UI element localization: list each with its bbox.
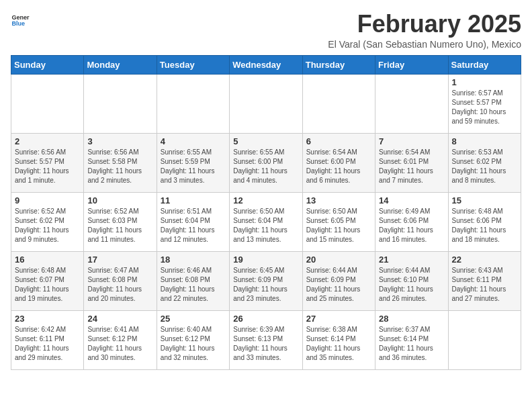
calendar-cell: 15Sunrise: 6:48 AM Sunset: 6:06 PM Dayli… <box>448 192 521 251</box>
calendar-week-4: 23Sunrise: 6:42 AM Sunset: 6:11 PM Dayli… <box>11 310 521 369</box>
weekday-header-sunday: Sunday <box>11 55 84 74</box>
calendar-week-3: 16Sunrise: 6:48 AM Sunset: 6:07 PM Dayli… <box>11 251 521 310</box>
day-info: Sunrise: 6:56 AM Sunset: 5:58 PM Dayligh… <box>87 148 152 185</box>
day-number: 8 <box>452 136 517 146</box>
day-number: 28 <box>379 314 444 324</box>
calendar-cell: 22Sunrise: 6:43 AM Sunset: 6:11 PM Dayli… <box>448 251 521 310</box>
day-info: Sunrise: 6:47 AM Sunset: 6:08 PM Dayligh… <box>87 266 152 304</box>
day-info: Sunrise: 6:39 AM Sunset: 6:13 PM Dayligh… <box>233 325 298 363</box>
day-number: 26 <box>233 314 298 324</box>
calendar-cell: 21Sunrise: 6:44 AM Sunset: 6:10 PM Dayli… <box>375 251 448 310</box>
svg-text:Blue: Blue <box>11 20 25 27</box>
day-info: Sunrise: 6:45 AM Sunset: 6:09 PM Dayligh… <box>233 266 298 304</box>
weekday-header-thursday: Thursday <box>302 55 375 74</box>
calendar-cell: 9Sunrise: 6:52 AM Sunset: 6:02 PM Daylig… <box>11 192 84 251</box>
day-number: 2 <box>15 136 80 146</box>
weekday-header-tuesday: Tuesday <box>157 55 229 74</box>
day-number: 16 <box>15 255 80 265</box>
day-info: Sunrise: 6:40 AM Sunset: 6:12 PM Dayligh… <box>161 325 226 363</box>
location-title: El Varal (San Sebastian Numero Uno), Mex… <box>328 39 521 50</box>
day-number: 12 <box>233 195 298 205</box>
day-number: 7 <box>379 136 444 146</box>
day-number: 20 <box>306 255 371 265</box>
day-number: 3 <box>87 136 152 146</box>
day-number: 15 <box>452 195 517 205</box>
calendar-cell: 12Sunrise: 6:50 AM Sunset: 6:04 PM Dayli… <box>230 192 302 251</box>
day-info: Sunrise: 6:49 AM Sunset: 6:06 PM Dayligh… <box>379 207 444 244</box>
calendar: SundayMondayTuesdayWednesdayThursdayFrid… <box>11 55 521 370</box>
calendar-week-1: 2Sunrise: 6:56 AM Sunset: 5:57 PM Daylig… <box>11 133 521 192</box>
day-info: Sunrise: 6:50 AM Sunset: 6:05 PM Dayligh… <box>306 207 371 244</box>
day-info: Sunrise: 6:53 AM Sunset: 6:02 PM Dayligh… <box>452 148 517 185</box>
calendar-cell <box>11 74 84 133</box>
day-number: 1 <box>452 77 517 87</box>
calendar-cell: 20Sunrise: 6:44 AM Sunset: 6:09 PM Dayli… <box>302 251 375 310</box>
calendar-cell: 7Sunrise: 6:54 AM Sunset: 6:01 PM Daylig… <box>375 133 448 192</box>
day-info: Sunrise: 6:57 AM Sunset: 5:57 PM Dayligh… <box>452 89 517 126</box>
day-number: 19 <box>233 255 298 265</box>
day-info: Sunrise: 6:42 AM Sunset: 6:11 PM Dayligh… <box>15 325 80 363</box>
day-number: 24 <box>87 314 152 324</box>
calendar-cell: 3Sunrise: 6:56 AM Sunset: 5:58 PM Daylig… <box>84 133 157 192</box>
calendar-cell <box>157 74 229 133</box>
calendar-cell: 19Sunrise: 6:45 AM Sunset: 6:09 PM Dayli… <box>230 251 302 310</box>
day-info: Sunrise: 6:48 AM Sunset: 6:07 PM Dayligh… <box>15 266 80 304</box>
day-number: 10 <box>87 195 152 205</box>
day-number: 23 <box>15 314 80 324</box>
title-section: February 2025 El Varal (San Sebastian Nu… <box>328 11 521 50</box>
calendar-cell: 17Sunrise: 6:47 AM Sunset: 6:08 PM Dayli… <box>84 251 157 310</box>
page-header: General Blue February 2025 El Varal (San… <box>11 11 521 50</box>
day-info: Sunrise: 6:43 AM Sunset: 6:11 PM Dayligh… <box>452 266 517 304</box>
month-title: February 2025 <box>328 11 521 38</box>
logo-icon: General Blue <box>11 11 30 30</box>
day-info: Sunrise: 6:46 AM Sunset: 6:08 PM Dayligh… <box>161 266 226 304</box>
calendar-cell: 14Sunrise: 6:49 AM Sunset: 6:06 PM Dayli… <box>375 192 448 251</box>
calendar-cell: 27Sunrise: 6:38 AM Sunset: 6:14 PM Dayli… <box>302 310 375 369</box>
calendar-week-0: 1Sunrise: 6:57 AM Sunset: 5:57 PM Daylig… <box>11 74 521 133</box>
calendar-cell <box>84 74 157 133</box>
day-info: Sunrise: 6:38 AM Sunset: 6:14 PM Dayligh… <box>306 325 371 363</box>
day-info: Sunrise: 6:41 AM Sunset: 6:12 PM Dayligh… <box>87 325 152 363</box>
calendar-cell: 8Sunrise: 6:53 AM Sunset: 6:02 PM Daylig… <box>448 133 521 192</box>
calendar-cell: 13Sunrise: 6:50 AM Sunset: 6:05 PM Dayli… <box>302 192 375 251</box>
svg-text:General: General <box>11 14 30 21</box>
logo: General Blue <box>11 11 30 30</box>
day-number: 11 <box>161 195 226 205</box>
day-number: 4 <box>161 136 226 146</box>
calendar-cell: 5Sunrise: 6:55 AM Sunset: 6:00 PM Daylig… <box>230 133 302 192</box>
calendar-cell: 2Sunrise: 6:56 AM Sunset: 5:57 PM Daylig… <box>11 133 84 192</box>
calendar-cell: 4Sunrise: 6:55 AM Sunset: 5:59 PM Daylig… <box>157 133 229 192</box>
calendar-cell <box>302 74 375 133</box>
day-info: Sunrise: 6:52 AM Sunset: 6:02 PM Dayligh… <box>15 207 80 244</box>
day-info: Sunrise: 6:54 AM Sunset: 6:01 PM Dayligh… <box>379 148 444 185</box>
calendar-cell: 26Sunrise: 6:39 AM Sunset: 6:13 PM Dayli… <box>230 310 302 369</box>
calendar-cell <box>230 74 302 133</box>
day-number: 25 <box>161 314 226 324</box>
day-number: 5 <box>233 136 298 146</box>
calendar-cell: 23Sunrise: 6:42 AM Sunset: 6:11 PM Dayli… <box>11 310 84 369</box>
calendar-cell <box>448 310 521 369</box>
calendar-cell: 6Sunrise: 6:54 AM Sunset: 6:00 PM Daylig… <box>302 133 375 192</box>
day-info: Sunrise: 6:44 AM Sunset: 6:09 PM Dayligh… <box>306 266 371 304</box>
calendar-cell: 25Sunrise: 6:40 AM Sunset: 6:12 PM Dayli… <box>157 310 229 369</box>
day-number: 17 <box>87 255 152 265</box>
day-info: Sunrise: 6:48 AM Sunset: 6:06 PM Dayligh… <box>452 207 517 244</box>
day-number: 21 <box>379 255 444 265</box>
calendar-cell: 16Sunrise: 6:48 AM Sunset: 6:07 PM Dayli… <box>11 251 84 310</box>
calendar-cell: 10Sunrise: 6:52 AM Sunset: 6:03 PM Dayli… <box>84 192 157 251</box>
calendar-cell: 28Sunrise: 6:37 AM Sunset: 6:14 PM Dayli… <box>375 310 448 369</box>
weekday-header-saturday: Saturday <box>448 55 521 74</box>
weekday-header-monday: Monday <box>84 55 157 74</box>
day-info: Sunrise: 6:55 AM Sunset: 5:59 PM Dayligh… <box>161 148 226 185</box>
day-number: 6 <box>306 136 371 146</box>
calendar-cell <box>375 74 448 133</box>
day-info: Sunrise: 6:51 AM Sunset: 6:04 PM Dayligh… <box>161 207 226 244</box>
day-number: 18 <box>161 255 226 265</box>
day-info: Sunrise: 6:55 AM Sunset: 6:00 PM Dayligh… <box>233 148 298 185</box>
day-number: 22 <box>452 255 517 265</box>
day-info: Sunrise: 6:44 AM Sunset: 6:10 PM Dayligh… <box>379 266 444 304</box>
calendar-week-2: 9Sunrise: 6:52 AM Sunset: 6:02 PM Daylig… <box>11 192 521 251</box>
weekday-header-friday: Friday <box>375 55 448 74</box>
day-info: Sunrise: 6:52 AM Sunset: 6:03 PM Dayligh… <box>87 207 152 244</box>
day-info: Sunrise: 6:54 AM Sunset: 6:00 PM Dayligh… <box>306 148 371 185</box>
